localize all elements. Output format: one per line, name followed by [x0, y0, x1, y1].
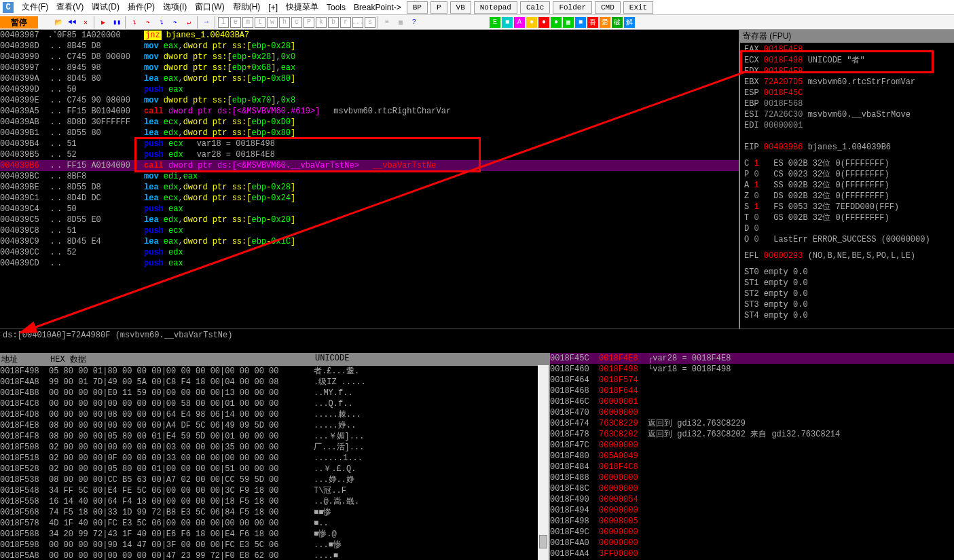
- disasm-row[interactable]: 0040399D.. 50push eax: [0, 84, 739, 95]
- stack-row[interactable]: 0018F484 0018F4C8: [550, 462, 954, 472]
- disasm-row[interactable]: 004039C4.. 50push eax: [0, 204, 739, 214]
- plugin-6[interactable]: ●: [551, 17, 562, 28]
- menu-tools[interactable]: Tools: [327, 3, 346, 12]
- stack-row[interactable]: 0018F468 0018F644: [550, 386, 954, 396]
- menu-breakpoint[interactable]: BreakPoint->: [354, 3, 401, 12]
- tool-exit[interactable]: Exit: [623, 1, 653, 14]
- disasm-row[interactable]: 004039C9.. 8D45 E4lea eax,dword ptr ss:[…: [0, 236, 739, 247]
- hex-row[interactable]: 0018F55816 14 40 00|64 F4 18 00|00 00 00…: [0, 496, 549, 507]
- hex-row[interactable]: 0018F4D800 00 00 00|08 00 00 00|64 E4 98…: [0, 409, 549, 420]
- efl-row[interactable]: EFL 00000293 (NO,B,NE,BE,S,PO,L,LE): [744, 250, 950, 261]
- disasm-row[interactable]: 004039BC.. 8BF8mov edi,eax: [0, 171, 739, 182]
- disasm-row[interactable]: 004039C8.. 51push ecx: [0, 225, 739, 236]
- disasm-row[interactable]: 004039B6.. FF15 A0104000call dword ptr d…: [0, 160, 739, 171]
- menu-help[interactable]: 帮助(H): [233, 1, 261, 13]
- pane-e[interactable]: e: [230, 17, 241, 28]
- tool-p[interactable]: P: [430, 1, 447, 14]
- pause-icon[interactable]: ▮▮: [111, 16, 123, 29]
- register-row[interactable]: ESI 72A26C30 msvbvm60.__vbaStrMove: [744, 109, 950, 120]
- pane-k[interactable]: k: [316, 17, 327, 28]
- disasm-row[interactable]: 004039B4.. 51push ecxvar18 = 0018F498: [0, 138, 739, 149]
- run-till-ret-icon[interactable]: ↵: [183, 16, 195, 29]
- plugin-2[interactable]: ■: [502, 17, 513, 28]
- plugin-5[interactable]: ●: [538, 17, 549, 28]
- stack-row[interactable]: 0018F474 763C8229 返回到 gdi32.763C8229: [550, 418, 954, 429]
- menu-plus[interactable]: [+]: [268, 3, 278, 12]
- goto-icon[interactable]: →: [200, 16, 213, 29]
- trace-over-icon[interactable]: ↷: [169, 16, 181, 29]
- stack-row[interactable]: 0018F470 00000000: [550, 407, 954, 418]
- menu-file[interactable]: 文件(F): [22, 1, 48, 13]
- play-icon[interactable]: ▶: [97, 16, 109, 29]
- hex-scrollbar[interactable]: [538, 365, 549, 560]
- hex-row[interactable]: 0018F51802 00 00 00|0F 00 00 00|33 00 00…: [0, 453, 549, 464]
- hex-row[interactable]: 0018F56874 F5 18 00|33 1D 99 72|B8 E3 5C…: [0, 507, 549, 518]
- register-row[interactable]: EDX 0018F4E8: [744, 66, 950, 77]
- stack-row[interactable]: 0018F460 0018F498 └var18 = 0018F498: [550, 364, 954, 375]
- disasm-row[interactable]: 004039CD.. push eax: [0, 258, 739, 269]
- stack-row[interactable]: 0018F4A4 3FF00000: [550, 548, 954, 559]
- flag-row[interactable]: Z 0 DS 002B 32位 0(FFFFFFFF): [744, 191, 950, 202]
- disasm-row[interactable]: 004039C1.. 8D4D DClea ecx,dword ptr ss:[…: [0, 193, 739, 204]
- stack-row[interactable]: 0018F498 00008005: [550, 516, 954, 527]
- tool-bp[interactable]: BP: [407, 1, 428, 14]
- register-row[interactable]: ECX 0018F498 UNICODE "者": [744, 55, 950, 66]
- stack-row[interactable]: 0018F47C 00000000: [550, 440, 954, 451]
- hex-row[interactable]: 0018F5784D 1F 40 00|FC E3 5C 06|00 00 00…: [0, 518, 549, 529]
- hex-row[interactable]: 0018F4E808 00 00 00|00 00 00 00|A4 DF 5C…: [0, 420, 549, 431]
- hex-row[interactable]: 0018F4B800 00 00 00|E0 11 59 00|00 00 00…: [0, 388, 549, 398]
- register-row[interactable]: EDI 00000001: [744, 120, 950, 131]
- step-over-icon[interactable]: ↷: [142, 16, 154, 29]
- hex-row[interactable]: 0018F4C800 00 00 00|00 00 00 00|00 58 00…: [0, 398, 549, 409]
- tool-calc[interactable]: Calc: [520, 1, 550, 14]
- tool-folder[interactable]: Folder: [553, 1, 592, 14]
- stack-row[interactable]: 0018F494 00000000: [550, 505, 954, 516]
- flag-row[interactable]: O 0 LastErr ERROR_SUCCESS (00000000): [744, 234, 950, 245]
- disasm-row[interactable]: 0040399A.. 8D45 80lea eax,dword ptr ss:[…: [0, 73, 739, 84]
- plugin-4[interactable]: ●: [526, 17, 537, 28]
- disasm-row[interactable]: 00403990.. C745 D8 00000mov dword ptr ss…: [0, 52, 739, 62]
- pane-c[interactable]: c: [291, 17, 302, 28]
- flag-row[interactable]: D 0: [744, 223, 950, 234]
- menu-view[interactable]: 查看(V): [56, 1, 84, 13]
- register-row[interactable]: EAX 0018F4E8: [744, 44, 950, 55]
- stack-row[interactable]: 0018F488 00000000: [550, 472, 954, 483]
- hex-row[interactable]: 0018F52802 00 00 00|05 80 00 01|00 00 00…: [0, 464, 549, 474]
- flag-row[interactable]: S 1 FS 0053 32位 7EFDD000(FFF): [744, 202, 950, 212]
- flag-row[interactable]: A 1 SS 002B 32位 0(FFFFFFFF): [744, 180, 950, 191]
- hex-row[interactable]: 0018F54834 FF 5C 00|E4 FE 5C 06|00 00 00…: [0, 485, 549, 496]
- plugin-8[interactable]: ■: [575, 17, 586, 28]
- rewind-icon[interactable]: ◄◄: [66, 16, 78, 29]
- disasm-row[interactable]: 0040398D.. 8B45 D8mov eax,dword ptr ss:[…: [0, 41, 739, 52]
- disasm-row[interactable]: 0040399E.. C745 90 08000mov dword ptr ss…: [0, 95, 739, 106]
- cjk-1[interactable]: 吾: [587, 17, 598, 28]
- menu-options[interactable]: 选项(I): [163, 1, 187, 13]
- pane-m[interactable]: m: [242, 17, 253, 28]
- stack-row[interactable]: 0018F46C 00000001: [550, 396, 954, 407]
- tool-cmd[interactable]: CMD: [595, 1, 621, 14]
- stack-row[interactable]: 0018F4A0 00000000: [550, 538, 954, 548]
- cjk-4[interactable]: 解: [624, 17, 635, 28]
- menu-plugins[interactable]: 插件(P): [128, 1, 155, 13]
- hex-row[interactable]: 0018F4A899 00 01 7D|49 00 5A 00|C8 F4 18…: [0, 377, 549, 388]
- register-row[interactable]: ESP 0018F45C: [744, 88, 950, 98]
- flag-row[interactable]: C 1 ES 002B 32位 0(FFFFFFFF): [744, 158, 950, 169]
- hex-row[interactable]: 0018F58834 20 99 72|43 1F 40 00|E6 F6 18…: [0, 529, 549, 540]
- plugin-7[interactable]: ▦: [563, 17, 574, 28]
- stack-row[interactable]: 0018F464 0018F574: [550, 375, 954, 386]
- stack-row[interactable]: 0018F48C 00000000: [550, 483, 954, 494]
- pane-r[interactable]: r: [340, 17, 351, 28]
- tool-vb[interactable]: VB: [450, 1, 471, 14]
- stack-pane[interactable]: 0018F45C 0018F4E8 ┌var28 = 0018F4E80018F…: [550, 353, 954, 560]
- open-icon[interactable]: 📂: [52, 16, 65, 29]
- flag-row[interactable]: T 0 GS 002B 32位 0(FFFFFFFF): [744, 212, 950, 223]
- stack-row[interactable]: 0018F45C 0018F4E8 ┌var28 = 0018F4E8: [550, 353, 954, 364]
- pane-w[interactable]: w: [267, 17, 278, 28]
- stack-row[interactable]: 0018F49C 00000000: [550, 527, 954, 538]
- pane-t[interactable]: t: [255, 17, 265, 28]
- register-row[interactable]: EBX 72A207D5 msvbvm60.rtcStrFromVar: [744, 77, 950, 88]
- hex-row[interactable]: 0018F50802 00 00 00|00 00 00 00|03 00 00…: [0, 442, 549, 453]
- disasm-row[interactable]: 004039B5.. 52push edxvar28 = 0018F4E8: [0, 149, 739, 160]
- disasm-row[interactable]: 004039B1.. 8D55 80lea edx,dword ptr ss:[…: [0, 128, 739, 138]
- hex-row[interactable]: 0018F5A800 00 00 00|00 00 00 00|47 23 99…: [0, 550, 549, 560]
